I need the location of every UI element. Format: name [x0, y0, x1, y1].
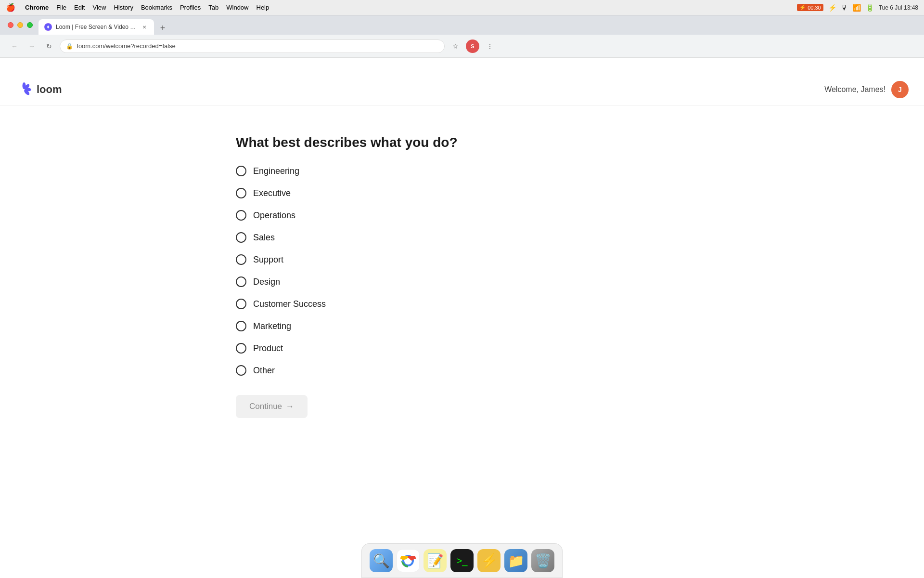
menu-bookmarks[interactable]: Bookmarks — [141, 4, 172, 11]
menu-help[interactable]: Help — [257, 4, 270, 11]
menubar-right: ⚡ 00:30 ⚡ 🎙 📶 🔋 Tue 6 Jul 13:48 — [797, 4, 918, 12]
menu-edit[interactable]: Edit — [74, 4, 85, 11]
survey-title: What best describes what you do? — [236, 135, 458, 150]
loom-logo-icon — [15, 81, 33, 98]
loom-logo-text: loom — [37, 83, 62, 96]
welcome-text: Welcome, James! — [824, 85, 886, 94]
address-bar[interactable]: 🔒 loom.com/welcome?recorded=false — [60, 39, 445, 53]
radio-engineering[interactable] — [236, 166, 246, 176]
menu-file[interactable]: File — [56, 4, 66, 11]
minimize-window-button[interactable] — [17, 22, 23, 28]
apple-menu-icon[interactable]: 🍎 — [6, 3, 15, 12]
refresh-button[interactable]: ↻ — [42, 39, 56, 53]
option-sales-label: Sales — [253, 233, 275, 243]
tab-bar: Loom | Free Screen & Video Re... ✕ + — [0, 15, 924, 35]
dock-finder[interactable]: 🔍 — [370, 549, 393, 572]
wifi-icon: 📶 — [853, 4, 861, 12]
option-operations[interactable]: Operations — [236, 210, 295, 221]
battery-icon: 🔋 — [866, 4, 874, 12]
extension-icon: ⚡ — [828, 4, 836, 12]
nav-bar-right: ☆ S ⋮ — [449, 39, 497, 53]
dock-volt[interactable]: ⚡ — [477, 549, 500, 572]
option-support[interactable]: Support — [236, 254, 283, 265]
svg-point-1 — [48, 26, 49, 28]
option-other-label: Other — [253, 366, 275, 376]
option-executive-label: Executive — [253, 188, 291, 198]
bookmark-button[interactable]: ☆ — [449, 39, 462, 53]
option-sales[interactable]: Sales — [236, 232, 275, 243]
maximize-window-button[interactable] — [27, 22, 33, 28]
new-tab-button[interactable]: + — [156, 21, 169, 35]
chrome-dock-icon — [399, 552, 417, 569]
loom-logo: loom — [15, 81, 62, 98]
user-avatar[interactable]: J — [891, 81, 909, 98]
radio-marketing[interactable] — [236, 321, 246, 331]
forward-button[interactable]: → — [25, 39, 38, 53]
window-traffic-lights — [8, 22, 33, 28]
browser-window: Loom | Free Screen & Video Re... ✕ + ← →… — [0, 15, 924, 578]
microphone-icon: 🎙 — [841, 4, 848, 12]
continue-button[interactable]: Continue → — [236, 395, 308, 418]
macos-dock: 🔍 📝 >_ ⚡ 📁 🗑️ — [361, 543, 563, 578]
dock-terminal[interactable]: >_ — [450, 549, 474, 572]
tab-title: Loom | Free Screen & Video Re... — [56, 24, 137, 30]
option-design-label: Design — [253, 277, 280, 287]
option-product-label: Product — [253, 343, 283, 354]
continue-arrow-icon: → — [286, 402, 294, 411]
menu-chrome[interactable]: Chrome — [25, 4, 49, 11]
option-support-label: Support — [253, 255, 283, 265]
option-product[interactable]: Product — [236, 343, 283, 354]
radio-support[interactable] — [236, 254, 246, 265]
tab-favicon — [44, 23, 52, 31]
menu-tab[interactable]: Tab — [208, 4, 218, 11]
menu-window[interactable]: Window — [226, 4, 248, 11]
dock-trash[interactable]: 🗑️ — [531, 549, 554, 572]
radio-product[interactable] — [236, 343, 246, 354]
time-display: Tue 6 Jul 13:48 — [879, 4, 918, 11]
page-content: loom Welcome, James! J What best describ… — [0, 73, 924, 578]
loom-header: loom Welcome, James! J — [0, 73, 924, 106]
dock-files[interactable]: 📁 — [504, 549, 527, 572]
menu-view[interactable]: View — [92, 4, 106, 11]
radio-operations[interactable] — [236, 210, 246, 221]
radio-other[interactable] — [236, 365, 246, 376]
dock-chrome[interactable] — [397, 549, 420, 572]
radio-executive[interactable] — [236, 188, 246, 198]
option-executive[interactable]: Executive — [236, 188, 291, 198]
continue-label: Continue — [249, 402, 282, 411]
more-options-button[interactable]: ⋮ — [483, 39, 497, 53]
option-marketing[interactable]: Marketing — [236, 321, 291, 331]
menu-profiles[interactable]: Profiles — [180, 4, 201, 11]
menu-history[interactable]: History — [114, 4, 133, 11]
lock-icon: 🔒 — [66, 43, 73, 50]
loom-favicon-icon — [45, 24, 51, 30]
navigation-bar: ← → ↻ 🔒 loom.com/welcome?recorded=false … — [0, 35, 924, 58]
svg-point-10 — [406, 558, 411, 563]
browser-tab[interactable]: Loom | Free Screen & Video Re... ✕ — [38, 19, 154, 35]
radio-sales[interactable] — [236, 232, 246, 243]
profile-button[interactable]: S — [466, 39, 479, 53]
url-text: loom.com/welcome?recorded=false — [77, 42, 176, 50]
radio-customer-success[interactable] — [236, 299, 246, 309]
survey-container: What best describes what you do? Enginee… — [236, 106, 476, 387]
option-design[interactable]: Design — [236, 276, 280, 287]
back-button[interactable]: ← — [8, 39, 21, 53]
option-other[interactable]: Other — [236, 365, 275, 376]
battery-indicator: ⚡ 00:30 — [797, 4, 823, 11]
option-marketing-label: Marketing — [253, 321, 291, 331]
option-customer-success[interactable]: Customer Success — [236, 299, 326, 309]
option-engineering[interactable]: Engineering — [236, 166, 299, 176]
option-customer-success-label: Customer Success — [253, 299, 326, 309]
tab-close-button[interactable]: ✕ — [141, 23, 148, 31]
loom-header-right: Welcome, James! J — [824, 81, 909, 98]
macos-menubar: 🍎 Chrome File Edit View History Bookmark… — [0, 0, 924, 15]
radio-design[interactable] — [236, 276, 246, 287]
dock-notes[interactable]: 📝 — [424, 549, 447, 572]
close-window-button[interactable] — [8, 22, 13, 28]
option-engineering-label: Engineering — [253, 166, 299, 176]
option-operations-label: Operations — [253, 210, 295, 221]
